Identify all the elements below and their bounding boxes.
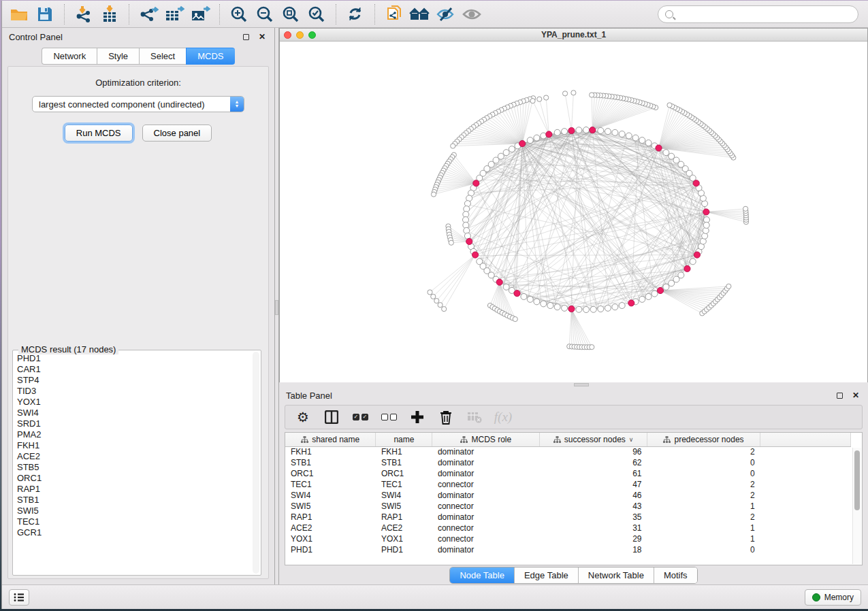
column-header-MCDS-role[interactable]: MCDS role xyxy=(432,433,540,446)
graph-node[interactable] xyxy=(612,304,618,310)
graph-satellite-node[interactable] xyxy=(530,99,535,103)
table-row[interactable]: RAP1RAP1dominator352 xyxy=(285,512,851,523)
mcds-result-scrollbar[interactable] xyxy=(253,352,259,574)
table-row[interactable]: PHD1PHD1dominator180 xyxy=(285,544,851,555)
table-scrollbar-thumb[interactable] xyxy=(854,450,860,510)
graph-node[interactable] xyxy=(669,153,675,159)
graph-node[interactable] xyxy=(678,272,684,278)
horizontal-splitter[interactable] xyxy=(279,382,868,387)
graph-node[interactable] xyxy=(509,146,515,152)
graph-hub-node[interactable] xyxy=(568,306,575,312)
mcds-result-item[interactable]: YOX1 xyxy=(16,397,251,408)
graph-node[interactable] xyxy=(619,131,625,137)
mcds-result-item[interactable]: SRD1 xyxy=(16,418,251,429)
graph-satellite-node[interactable] xyxy=(513,316,517,321)
table-row[interactable]: YOX1YOX1connector291 xyxy=(285,533,851,544)
column-header-predecessor-nodes[interactable]: predecessor nodes xyxy=(647,433,760,446)
table-row[interactable]: TEC1TEC1connector472 xyxy=(285,479,851,490)
graph-satellite-node[interactable] xyxy=(434,298,439,303)
graph-satellite-node[interactable] xyxy=(451,144,455,148)
save-session-icon[interactable] xyxy=(33,3,57,25)
first-neighbors-icon[interactable] xyxy=(408,3,432,25)
refresh-icon[interactable] xyxy=(344,3,367,25)
zoom-fit-icon[interactable] xyxy=(279,3,302,25)
control-panel-close-button[interactable]: ✕ xyxy=(257,31,268,42)
graph-node[interactable] xyxy=(534,135,540,141)
graph-satellite-node[interactable] xyxy=(590,344,594,349)
graph-satellite-node[interactable] xyxy=(428,290,432,295)
graph-node[interactable] xyxy=(534,299,540,305)
graph-satellite-node[interactable] xyxy=(571,90,576,95)
import-table-icon[interactable] xyxy=(98,3,121,25)
table-scrollbar-track[interactable] xyxy=(852,448,861,564)
graph-node[interactable] xyxy=(503,150,509,156)
graph-node[interactable] xyxy=(554,304,560,310)
graph-node[interactable] xyxy=(645,293,652,299)
graph-hub-node[interactable] xyxy=(546,131,552,137)
new-network-from-selection-icon[interactable] xyxy=(383,3,406,25)
close-panel-button[interactable]: Close panel xyxy=(142,125,212,142)
graph-node[interactable] xyxy=(527,137,533,144)
graph-node[interactable] xyxy=(702,233,708,239)
graph-node[interactable] xyxy=(583,127,590,133)
graph-node[interactable] xyxy=(639,296,645,302)
graph-node[interactable] xyxy=(464,201,470,207)
graph-node[interactable] xyxy=(598,127,604,133)
table-row[interactable]: SWI4SWI4dominator462 xyxy=(285,490,851,501)
column-header-shared-name[interactable]: shared name xyxy=(285,433,376,446)
graph-node[interactable] xyxy=(598,306,604,312)
network-titlebar[interactable]: YPA_prune.txt_1 xyxy=(280,29,867,42)
graph-node[interactable] xyxy=(645,140,652,146)
deselect-all-icon[interactable] xyxy=(381,409,397,425)
tab-motifs[interactable]: Motifs xyxy=(654,567,697,583)
splitter-grip[interactable] xyxy=(574,383,589,386)
mcds-result-item[interactable]: ACE2 xyxy=(16,451,251,462)
graph-node[interactable] xyxy=(632,135,639,141)
graph-node[interactable] xyxy=(576,306,582,312)
graph-hub-node[interactable] xyxy=(466,238,472,244)
graph-node[interactable] xyxy=(703,222,709,228)
table-panel-float-button[interactable] xyxy=(834,390,845,401)
graph-satellite-node[interactable] xyxy=(438,303,443,308)
graph-node[interactable] xyxy=(464,227,470,233)
graph-node[interactable] xyxy=(619,303,625,309)
close-traffic-light[interactable] xyxy=(284,31,291,39)
search-input[interactable] xyxy=(677,10,851,19)
column-header-successor-nodes[interactable]: successor nodes∨ xyxy=(540,433,647,446)
delete-column-icon[interactable] xyxy=(438,409,454,425)
graph-satellite-node[interactable] xyxy=(590,93,594,97)
graph-hub-node[interactable] xyxy=(590,127,596,133)
graph-hub-node[interactable] xyxy=(496,279,502,285)
graph-node[interactable] xyxy=(652,291,658,297)
mcds-result-list[interactable]: PHD1CAR1STP4TID3YOX1SWI4SRD1PMA2FKH1ACE2… xyxy=(16,353,251,574)
graph-satellite-node[interactable] xyxy=(431,294,436,299)
graph-node[interactable] xyxy=(673,157,679,163)
graph-node[interactable] xyxy=(541,301,547,307)
zoom-selected-icon[interactable] xyxy=(305,3,328,25)
add-column-icon[interactable] xyxy=(409,409,425,425)
graph-node[interactable] xyxy=(669,280,675,286)
task-history-button[interactable] xyxy=(9,589,29,606)
export-table-icon[interactable] xyxy=(163,3,186,25)
graph-satellite-node[interactable] xyxy=(562,91,567,96)
graph-satellite-node[interactable] xyxy=(537,97,542,101)
mcds-result-item[interactable]: ORC1 xyxy=(16,473,251,484)
graph-hub-node[interactable] xyxy=(568,127,575,133)
mcds-result-item[interactable]: FKH1 xyxy=(16,440,251,451)
export-image-icon[interactable] xyxy=(189,3,212,25)
graph-satellite-node[interactable] xyxy=(449,240,453,245)
tab-network-table[interactable]: Network Table xyxy=(579,567,654,583)
import-network-icon[interactable] xyxy=(72,3,95,25)
tab-network[interactable]: Network xyxy=(42,48,97,65)
graph-satellite-node[interactable] xyxy=(743,206,748,211)
graph-hub-node[interactable] xyxy=(684,265,690,271)
select-all-icon[interactable] xyxy=(352,409,368,425)
mcds-result-item[interactable]: PMA2 xyxy=(16,429,251,440)
open-file-icon[interactable] xyxy=(7,3,31,25)
graph-node[interactable] xyxy=(521,293,527,299)
graph-node[interactable] xyxy=(547,303,553,309)
graph-hub-node[interactable] xyxy=(519,140,526,146)
graph-node[interactable] xyxy=(612,129,618,135)
graph-hub-node[interactable] xyxy=(703,209,709,215)
graph-node[interactable] xyxy=(626,133,632,139)
